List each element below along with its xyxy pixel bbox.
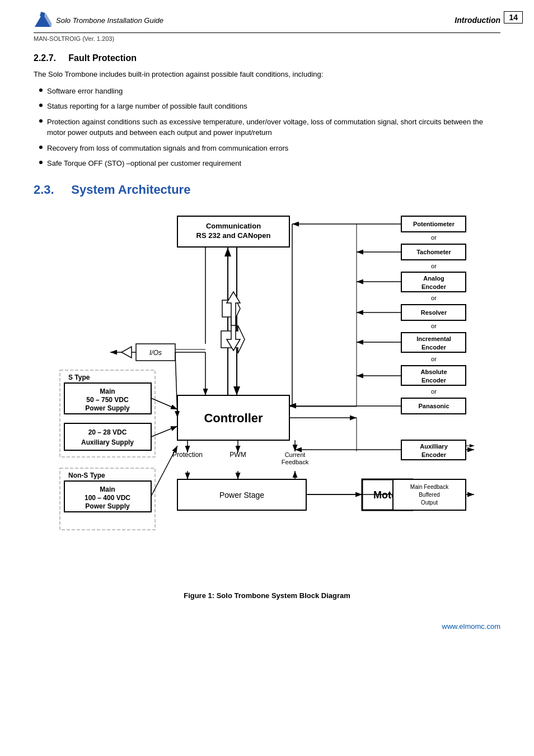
bullet-text: Safe Torque OFF (STO) –optional per cust… xyxy=(47,158,241,169)
svg-text:Buffered: Buffered xyxy=(419,492,440,498)
bullet-dot xyxy=(39,88,43,92)
svg-text:Resolver: Resolver xyxy=(421,309,447,316)
footer-url: www.elmomc.com xyxy=(34,622,500,631)
svg-text:Incremental: Incremental xyxy=(416,335,451,342)
header-left: Solo Trombone Installation Guide xyxy=(34,11,163,29)
bullet-dot xyxy=(39,161,43,164)
svg-text:Tachometer: Tachometer xyxy=(416,249,451,255)
svg-line-69 xyxy=(175,352,177,418)
svg-text:Encoder: Encoder xyxy=(421,344,447,351)
svg-text:Power Supply: Power Supply xyxy=(85,502,130,510)
svg-text:or: or xyxy=(431,234,437,241)
section-2-3-heading: 2.3. System Architecture xyxy=(34,183,500,197)
list-item: Protection against conditions such as ex… xyxy=(39,116,500,138)
header-section: Introduction xyxy=(455,16,500,25)
svg-text:or: or xyxy=(431,295,437,301)
svg-text:Main Feedback: Main Feedback xyxy=(410,484,449,490)
svg-text:Absolute: Absolute xyxy=(420,368,447,375)
page-header: Solo Trombone Installation Guide Introdu… xyxy=(34,11,500,33)
svg-text:Main: Main xyxy=(100,388,115,395)
svg-marker-105 xyxy=(121,347,132,358)
svg-text:Main: Main xyxy=(100,486,115,493)
sub-header: MAN-SOLTROIG (Ver. 1.203) xyxy=(34,35,500,42)
svg-text:50 – 750 VDC: 50 – 750 VDC xyxy=(86,396,129,404)
svg-text:RS 232 and CANopen: RS 232 and CANopen xyxy=(196,231,271,240)
figure-caption: Figure 1: Solo Trombone System Block Dia… xyxy=(34,591,500,600)
svg-text:S Type: S Type xyxy=(68,374,90,381)
svg-text:Non-S Type: Non-S Type xyxy=(68,472,105,479)
svg-text:Feedback: Feedback xyxy=(282,459,309,465)
svg-text:or: or xyxy=(431,323,437,329)
bullet-dot xyxy=(39,119,43,123)
svg-text:or: or xyxy=(431,263,437,269)
svg-text:Power Supply: Power Supply xyxy=(85,404,130,412)
svg-text:Output: Output xyxy=(421,500,438,506)
logo-icon xyxy=(34,11,51,29)
system-architecture-diagram: Communication RS 232 and CANopen Control… xyxy=(34,205,500,586)
bullet-text: Software error handling xyxy=(47,86,123,97)
section-2-2-7-heading: 2.2.7. Fault Protection xyxy=(34,53,500,63)
svg-text:or: or xyxy=(431,388,437,395)
bullet-text: Status reporting for a large number of p… xyxy=(47,101,247,112)
list-item: Recovery from loss of commutation signal… xyxy=(39,143,500,154)
section-2-2-7-intro: The Solo Trombone includes built-in prot… xyxy=(34,69,500,80)
page-number: 14 xyxy=(504,11,523,24)
svg-text:Encoder: Encoder xyxy=(421,283,447,290)
svg-text:Encoder: Encoder xyxy=(421,377,447,384)
svg-text:or: or xyxy=(431,356,437,362)
svg-text:I/Os: I/Os xyxy=(149,349,162,357)
svg-text:Encoder: Encoder xyxy=(421,451,447,458)
bullet-text: Protection against conditions such as ex… xyxy=(47,116,500,138)
diagram-svg: Communication RS 232 and CANopen Control… xyxy=(49,205,485,586)
svg-text:Potentiometer: Potentiometer xyxy=(413,221,455,227)
bullet-dot xyxy=(39,146,43,149)
svg-text:Communication: Communication xyxy=(206,222,261,230)
svg-text:Power Stage: Power Stage xyxy=(219,491,264,500)
svg-text:Analog: Analog xyxy=(423,275,444,282)
header-title: Solo Trombone Installation Guide xyxy=(56,16,163,25)
list-item: Status reporting for a large number of p… xyxy=(39,101,500,112)
bullet-list: Software error handling Status reporting… xyxy=(34,86,500,169)
svg-text:Controller: Controller xyxy=(204,411,263,425)
svg-text:Auxiliary Supply: Auxiliary Supply xyxy=(81,438,134,446)
svg-text:20 – 28 VDC: 20 – 28 VDC xyxy=(88,428,127,436)
svg-text:100 – 400 VDC: 100 – 400 VDC xyxy=(85,494,130,502)
svg-text:Auxilliary: Auxilliary xyxy=(420,443,448,450)
page: Solo Trombone Installation Guide Introdu… xyxy=(0,0,534,756)
bullet-dot xyxy=(39,104,43,107)
svg-text:Current: Current xyxy=(285,451,306,458)
bullet-text: Recovery from loss of commutation signal… xyxy=(47,143,288,154)
svg-text:Panasonic: Panasonic xyxy=(418,403,449,409)
list-item: Software error handling xyxy=(39,86,500,97)
list-item: Safe Torque OFF (STO) –optional per cust… xyxy=(39,158,500,169)
